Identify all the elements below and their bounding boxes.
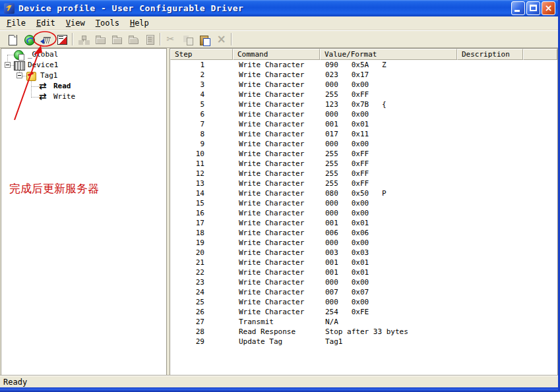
column-header-value-format[interactable]: Value/Format: [320, 49, 457, 60]
menu-item-edit[interactable]: Edit: [31, 17, 61, 29]
table-row[interactable]: 6Write Character000 0x00: [170, 109, 557, 119]
close-button[interactable]: ×: [542, 1, 555, 15]
table-row[interactable]: 18Write Character006 0x06: [170, 228, 557, 238]
maximize-button[interactable]: [526, 1, 540, 15]
cell-step: 22: [170, 267, 204, 277]
tree-item-_global[interactable]: _Global: [2, 49, 166, 60]
folder-closed-button: [125, 32, 141, 47]
cell-step: 14: [170, 188, 204, 198]
cell-command: Write Character: [239, 218, 304, 228]
cell-command: Write Character: [239, 258, 304, 267]
copy-icon: [183, 34, 193, 45]
cell-value-format: 254 0xFE: [325, 307, 369, 317]
column-header-description[interactable]: Description: [457, 49, 523, 60]
folder-open-button: [92, 32, 108, 47]
toolbar: [0, 30, 558, 48]
table-row[interactable]: 19Write Character000 0x00: [170, 238, 557, 248]
menu-item-file[interactable]: File: [1, 17, 31, 29]
cell-command: Write Character: [239, 159, 304, 169]
title-bar: Device profile - User Configurable Drive…: [0, 0, 558, 16]
table-row[interactable]: 9Write Character000 0x00: [170, 139, 557, 149]
tree-item-write[interactable]: ⇄Write: [2, 92, 166, 102]
cell-command: Write Character: [239, 267, 304, 277]
cell-step: 16: [170, 208, 204, 218]
cell-value-format: 255 0xFF: [325, 169, 369, 179]
app-icon[interactable]: [4, 3, 15, 14]
cell-step: 24: [170, 287, 204, 297]
table-row[interactable]: 10Write Character255 0xFF: [170, 149, 557, 159]
cell-command: Write Character: [239, 248, 304, 258]
tree-item-tag1[interactable]: Tag1: [2, 70, 166, 81]
folder-open-2-icon: [111, 34, 122, 45]
cell-step: 21: [170, 258, 204, 267]
table-row[interactable]: 27TransmitN/A: [170, 317, 557, 327]
web-update-button[interactable]: [20, 32, 37, 47]
table-row[interactable]: 4Write Character255 0xFF: [170, 90, 557, 99]
cell-step: 11: [170, 159, 204, 169]
table-row[interactable]: 15Write Character000 0x00: [170, 198, 557, 208]
cell-step: 23: [170, 277, 204, 287]
tree-item-label: Tag1: [40, 70, 58, 81]
table-row[interactable]: 1Write Character090 0x5A Z: [170, 60, 557, 70]
cell-command: Write Character: [239, 99, 304, 109]
table-row[interactable]: 25Write Character000 0x00: [170, 297, 557, 307]
table-row[interactable]: 14Write Character080 0x50 P: [170, 188, 557, 198]
menu-item-view[interactable]: View: [61, 17, 90, 29]
cell-step: 8: [170, 129, 204, 139]
table-row[interactable]: 11Write Character255 0xFF: [170, 159, 557, 169]
column-header-command[interactable]: Command: [233, 49, 320, 60]
edit-profile-button[interactable]: [53, 32, 70, 47]
cell-command: Write Character: [239, 109, 304, 119]
collapse-icon[interactable]: [16, 72, 22, 78]
table-row[interactable]: 26Write Character254 0xFE: [170, 307, 557, 317]
table-row[interactable]: 21Write Character001 0x01: [170, 258, 557, 267]
table-row[interactable]: 3Write Character000 0x00: [170, 80, 557, 90]
table-row[interactable]: 22Write Character001 0x01: [170, 267, 557, 277]
cell-command: Read Response: [239, 327, 296, 337]
update-server-button[interactable]: [37, 32, 53, 47]
cell-step: 17: [170, 218, 204, 228]
cell-command: Write Character: [239, 80, 304, 90]
cell-step: 13: [170, 179, 204, 188]
cell-value-format: 000 0x00: [325, 277, 369, 287]
table-row[interactable]: 20Write Character003 0x03: [170, 248, 557, 258]
folder-closed-icon: [128, 34, 139, 45]
minimize-button[interactable]: [511, 1, 525, 15]
table-row[interactable]: 13Write Character255 0xFF: [170, 179, 557, 188]
app-window: Device profile - User Configurable Drive…: [0, 0, 560, 392]
link-device-button: [75, 32, 92, 47]
tree-item-label: Write: [53, 92, 75, 102]
table-row[interactable]: 2Write Character023 0x17: [170, 70, 557, 80]
cell-command: Write Character: [239, 198, 304, 208]
table-row[interactable]: 23Write Character000 0x00: [170, 277, 557, 287]
menu-item-tools[interactable]: Tools: [90, 17, 125, 29]
tree-panel: _GlobalDevice1Tag1⇄Read⇄Write 完成后更新服务器: [1, 48, 167, 376]
table-row[interactable]: 7Write Character001 0x01: [170, 119, 557, 129]
table-row[interactable]: 29Update TagTag1: [170, 337, 557, 347]
steps-list-panel: StepCommandValue/FormatDescription 1Writ…: [170, 48, 558, 376]
column-header-step[interactable]: Step: [170, 49, 233, 60]
cell-value-format: 000 0x00: [325, 297, 369, 307]
table-row[interactable]: 12Write Character255 0xFF: [170, 169, 557, 179]
cell-value-format: 000 0x00: [325, 80, 369, 90]
window-title: Device profile - User Configurable Drive…: [18, 3, 243, 13]
cell-value-format: 000 0x00: [325, 238, 369, 248]
update-server-icon: [40, 34, 51, 45]
cell-command: Write Character: [239, 297, 304, 307]
tag-icon: [26, 70, 37, 81]
table-row[interactable]: 24Write Character007 0x07: [170, 287, 557, 297]
table-row[interactable]: 16Write Character000 0x00: [170, 208, 557, 218]
new-document-button[interactable]: [4, 32, 20, 47]
cell-command: Write Character: [239, 208, 304, 218]
tree-item-device1[interactable]: Device1: [2, 60, 166, 70]
cell-step: 18: [170, 228, 204, 238]
table-row[interactable]: 5Write Character123 0x7B {: [170, 99, 557, 109]
table-row[interactable]: 8Write Character017 0x11: [170, 129, 557, 139]
edit-profile-icon: [57, 34, 67, 45]
table-row[interactable]: 28Read ResponseStop after 33 bytes: [170, 327, 557, 337]
table-row[interactable]: 17Write Character001 0x01: [170, 218, 557, 228]
tree-item-read[interactable]: ⇄Read: [2, 81, 166, 92]
paste-button[interactable]: [196, 32, 212, 47]
menu-item-help[interactable]: Help: [125, 17, 154, 29]
collapse-icon[interactable]: [5, 62, 11, 68]
